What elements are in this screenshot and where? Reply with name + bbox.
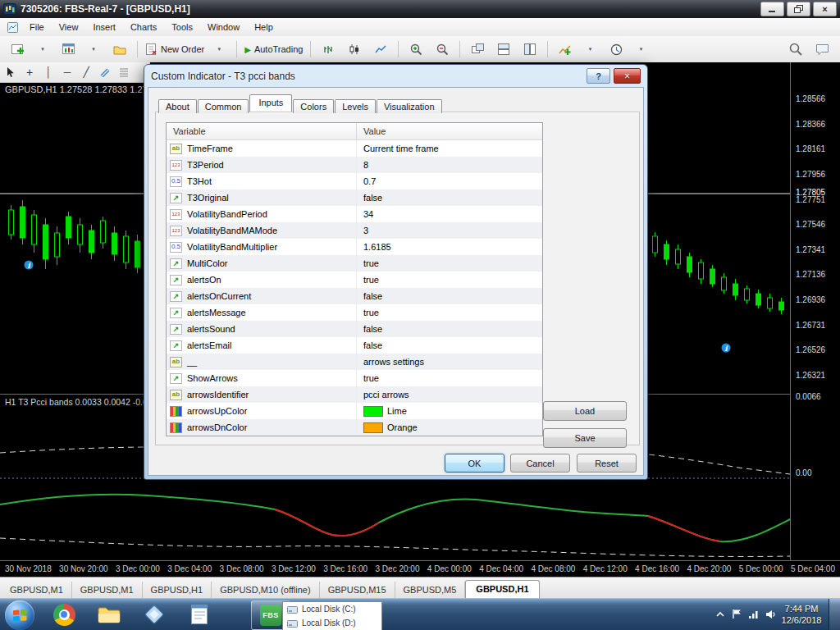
fibonacci-tool-icon[interactable]	[118, 67, 130, 77]
cascade-windows-button[interactable]	[464, 39, 491, 59]
volume-icon[interactable]	[765, 609, 776, 621]
indicators-dropdown-icon[interactable]: ▾	[577, 39, 603, 59]
new-order-button[interactable]: New Order	[142, 39, 208, 59]
taskbar-clock[interactable]: 7:44 PM 12/6/2018	[776, 599, 827, 630]
input-row-alertsMessage[interactable]: ↗alertsMessagetrue	[167, 304, 542, 321]
drive-item[interactable]: Local Disk (D:)	[283, 616, 381, 630]
hidden-icons-chevron[interactable]	[715, 610, 725, 620]
search-icon[interactable]	[783, 39, 809, 59]
input-row-alertsEmail[interactable]: ↗alertsEmailfalse	[167, 337, 542, 354]
line-chart-button[interactable]	[368, 39, 394, 59]
autotrading-button[interactable]: ▶ AutoTrading	[241, 39, 306, 59]
variable-value[interactable]: false	[357, 337, 542, 354]
chart-tab-gbpusd-m10-offline-[interactable]: GBPUSD,M10 (offline)	[212, 582, 319, 599]
chart-tab-gbpusd-m15[interactable]: GBPUSD,M15	[320, 582, 395, 599]
profiles-dropdown-icon[interactable]: ▾	[80, 39, 107, 59]
dialog-close-button[interactable]: ×	[614, 68, 641, 84]
input-row-VolatilityBandPeriod[interactable]: 123VolatilityBandPeriod34	[167, 206, 542, 222]
input-row-alertsOnCurrent[interactable]: ↗alertsOnCurrentfalse	[167, 288, 542, 304]
cancel-button[interactable]: Cancel	[510, 454, 570, 472]
start-button[interactable]	[5, 600, 34, 630]
variable-value[interactable]: 3	[357, 222, 542, 239]
timeframes-dropdown-icon[interactable]: ▾	[628, 39, 654, 59]
variable-value[interactable]: true	[357, 272, 542, 288]
dialog-tab-inputs[interactable]: Inputs	[249, 94, 292, 112]
reset-button[interactable]: Reset	[577, 454, 637, 472]
variable-value[interactable]: 34	[357, 206, 542, 222]
input-row-alertsSound[interactable]: ↗alertsSoundfalse	[167, 321, 542, 337]
variable-value[interactable]: true	[357, 255, 542, 272]
variable-value[interactable]: true	[357, 370, 542, 386]
notepad-icon[interactable]	[183, 600, 216, 628]
cursor-tool-icon[interactable]	[5, 67, 16, 78]
ok-button[interactable]: OK	[445, 454, 504, 472]
menu-tools[interactable]: Tools	[164, 20, 200, 34]
variable-value[interactable]: arrows settings	[357, 354, 542, 370]
indicators-button[interactable]	[552, 39, 578, 59]
drive-item[interactable]: Local Disk (C:)	[283, 602, 381, 616]
app-icon-diamond[interactable]	[138, 600, 171, 628]
variable-value[interactable]: Orange	[357, 419, 542, 436]
dialog-help-button[interactable]: ?	[587, 68, 610, 84]
input-row-T3Period[interactable]: 123T3Period8	[167, 157, 542, 173]
chart-window-button[interactable]	[56, 39, 82, 59]
zoom-in-button[interactable]	[403, 39, 429, 59]
time-axis[interactable]: 30 Nov 201830 Nov 20:003 Dec 00:003 Dec …	[0, 560, 840, 577]
new-chart-dropdown-icon[interactable]: ▾	[30, 39, 56, 59]
chrome-icon[interactable]	[48, 600, 80, 628]
menu-charts[interactable]: Charts	[123, 20, 164, 34]
load-button[interactable]: Load	[543, 401, 627, 421]
input-row-__[interactable]: ab__arrows settings	[167, 354, 542, 370]
variable-value[interactable]: false	[357, 288, 542, 304]
chart-tab-gbpusd-h1[interactable]: GBPUSD,H1	[465, 580, 539, 599]
chart-doc-icon[interactable]	[7, 21, 19, 34]
show-desktop-button[interactable]	[829, 599, 840, 630]
variable-value[interactable]: pcci arrows	[357, 386, 542, 403]
channel-tool-icon[interactable]	[99, 67, 111, 77]
chart-tab-gbpusd-h1[interactable]: GBPUSD,H1	[143, 582, 212, 599]
new-order-dropdown-icon[interactable]: ▾	[206, 39, 232, 59]
dialog-tab-visualization[interactable]: Visualization	[377, 99, 442, 113]
new-chart-button[interactable]	[5, 39, 31, 59]
input-row-VolatilityBandMAMode[interactable]: 123VolatilityBandMAMode3	[167, 222, 542, 239]
close-button[interactable]: ×	[813, 2, 837, 16]
chart-tab-gbpusd-m5[interactable]: GBPUSD,M5	[395, 582, 466, 599]
restore-button[interactable]	[787, 2, 810, 16]
dialog-tab-colors[interactable]: Colors	[293, 99, 334, 113]
action-center-flag-icon[interactable]	[732, 609, 742, 621]
chat-icon[interactable]	[809, 39, 835, 59]
tile-vertically-button[interactable]	[517, 39, 543, 59]
candlestick-chart-button[interactable]	[341, 39, 368, 59]
vertical-line-tool-icon[interactable]: │	[43, 67, 54, 77]
zoom-out-button[interactable]	[429, 39, 455, 59]
column-header-value[interactable]: Value	[357, 123, 542, 139]
explorer-icon[interactable]	[93, 600, 126, 628]
dialog-tab-common[interactable]: Common	[198, 99, 249, 113]
input-row-T3Hot[interactable]: 0.5T3Hot0.7	[167, 173, 542, 189]
price-scale[interactable]: 1.285661.283661.281611.279561.277511.275…	[790, 62, 840, 560]
column-header-variable[interactable]: Variable	[167, 123, 357, 139]
input-row-MultiColor[interactable]: ↗MultiColortrue	[167, 255, 542, 272]
variable-value[interactable]: true	[357, 304, 542, 321]
chart-tab-gbpusd-m1[interactable]: GBPUSD,M1	[72, 582, 143, 599]
dialog-titlebar[interactable]: Custom Indicator - T3 pcci bands ? ×	[144, 65, 647, 87]
dialog-tab-about[interactable]: About	[158, 99, 197, 113]
input-row-alertsOn[interactable]: ↗alertsOntrue	[167, 272, 542, 288]
horizontal-line-tool-icon[interactable]: ─	[62, 67, 73, 77]
variable-value[interactable]: false	[357, 189, 542, 206]
input-row-VolatilityBandMultiplier[interactable]: 0.5VolatilityBandMultiplier1.6185	[167, 239, 542, 255]
input-row-arrowsUpColor[interactable]: arrowsUpColorLime	[167, 403, 542, 419]
dialog-tab-levels[interactable]: Levels	[335, 99, 376, 113]
variable-value[interactable]: false	[357, 321, 542, 337]
input-row-ShowArrows[interactable]: ↗ShowArrowstrue	[167, 370, 542, 386]
input-row-T3Original[interactable]: ↗T3Originalfalse	[167, 189, 542, 206]
menu-help[interactable]: Help	[247, 20, 281, 34]
tile-horizontally-button[interactable]	[491, 39, 517, 59]
variable-value[interactable]: Current time frame	[357, 140, 542, 157]
trendline-tool-icon[interactable]: ╱	[80, 67, 92, 77]
chart-tab-gbpusd-m1[interactable]: GBPUSD,M1	[2, 582, 72, 599]
menu-window[interactable]: Window	[200, 20, 247, 34]
bar-chart-button[interactable]	[315, 39, 341, 59]
variable-value[interactable]: Lime	[357, 403, 542, 419]
input-row-TimeFrame[interactable]: abTimeFrameCurrent time frame	[167, 140, 542, 157]
